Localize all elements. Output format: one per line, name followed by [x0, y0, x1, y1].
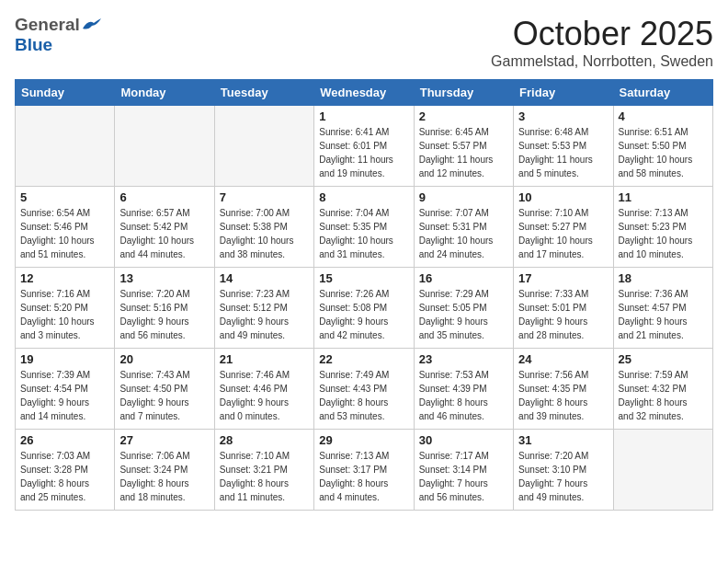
calendar-day-cell: 26Sunrise: 7:03 AMSunset: 3:28 PMDayligh… [16, 430, 115, 511]
day-info: Sunrise: 7:33 AMSunset: 5:01 PMDaylight:… [518, 287, 608, 342]
day-info: Sunrise: 7:23 AMSunset: 5:12 PMDaylight:… [220, 287, 309, 342]
calendar-day-cell [115, 106, 214, 187]
day-number: 11 [619, 190, 708, 204]
calendar-week-row: 26Sunrise: 7:03 AMSunset: 3:28 PMDayligh… [16, 430, 713, 511]
day-info: Sunrise: 7:20 AMSunset: 3:10 PMDaylight:… [518, 449, 608, 504]
day-info: Sunrise: 6:45 AMSunset: 5:57 PMDaylight:… [419, 125, 508, 180]
day-number: 15 [319, 271, 408, 285]
day-number: 7 [220, 190, 309, 204]
logo-general: General [15, 15, 80, 35]
day-number: 21 [220, 352, 309, 366]
weekday-header-cell: Saturday [613, 80, 712, 106]
day-info: Sunrise: 7:49 AMSunset: 4:43 PMDaylight:… [319, 368, 408, 423]
day-number: 28 [220, 433, 309, 447]
day-number: 19 [20, 352, 109, 366]
logo-blue: Blue [15, 35, 52, 55]
calendar-day-cell: 20Sunrise: 7:43 AMSunset: 4:50 PMDayligh… [115, 349, 214, 430]
weekday-header-cell: Friday [514, 80, 613, 106]
calendar-day-cell: 1Sunrise: 6:41 AMSunset: 6:01 PMDaylight… [314, 106, 414, 187]
calendar-day-cell: 4Sunrise: 6:51 AMSunset: 5:50 PMDaylight… [613, 106, 712, 187]
calendar-day-cell: 31Sunrise: 7:20 AMSunset: 3:10 PMDayligh… [514, 430, 613, 511]
calendar-day-cell: 2Sunrise: 6:45 AMSunset: 5:57 PMDaylight… [414, 106, 513, 187]
calendar-week-row: 1Sunrise: 6:41 AMSunset: 6:01 PMDaylight… [16, 106, 713, 187]
calendar-day-cell: 9Sunrise: 7:07 AMSunset: 5:31 PMDaylight… [414, 187, 513, 268]
weekday-header-cell: Wednesday [314, 80, 414, 106]
day-number: 10 [518, 190, 608, 204]
calendar-day-cell: 28Sunrise: 7:10 AMSunset: 3:21 PMDayligh… [214, 430, 313, 511]
header: General Blue October 2025 Gammelstad, No… [15, 15, 713, 70]
location-title: Gammelstad, Norrbotten, Sweden [491, 53, 713, 70]
month-title: October 2025 [491, 15, 713, 53]
day-number: 6 [119, 190, 209, 204]
day-number: 5 [20, 190, 109, 204]
day-info: Sunrise: 7:07 AMSunset: 5:31 PMDaylight:… [419, 206, 508, 261]
calendar-day-cell: 23Sunrise: 7:53 AMSunset: 4:39 PMDayligh… [414, 349, 513, 430]
calendar-day-cell [16, 106, 115, 187]
day-info: Sunrise: 6:51 AMSunset: 5:50 PMDaylight:… [619, 125, 708, 180]
day-number: 25 [619, 352, 708, 366]
day-info: Sunrise: 7:13 AMSunset: 3:17 PMDaylight:… [319, 449, 408, 504]
day-number: 27 [119, 433, 209, 447]
day-number: 16 [419, 271, 508, 285]
day-number: 18 [619, 271, 708, 285]
day-number: 23 [419, 352, 508, 366]
day-info: Sunrise: 7:29 AMSunset: 5:05 PMDaylight:… [419, 287, 508, 342]
calendar-day-cell: 15Sunrise: 7:26 AMSunset: 5:08 PMDayligh… [314, 268, 414, 349]
day-info: Sunrise: 7:53 AMSunset: 4:39 PMDaylight:… [419, 368, 508, 423]
day-number: 13 [119, 271, 209, 285]
day-info: Sunrise: 6:54 AMSunset: 5:46 PMDaylight:… [20, 206, 109, 261]
calendar-day-cell: 14Sunrise: 7:23 AMSunset: 5:12 PMDayligh… [214, 268, 313, 349]
day-number: 24 [518, 352, 608, 366]
calendar-day-cell: 17Sunrise: 7:33 AMSunset: 5:01 PMDayligh… [514, 268, 613, 349]
calendar-day-cell: 18Sunrise: 7:36 AMSunset: 4:57 PMDayligh… [613, 268, 712, 349]
calendar-day-cell: 30Sunrise: 7:17 AMSunset: 3:14 PMDayligh… [414, 430, 513, 511]
day-info: Sunrise: 7:39 AMSunset: 4:54 PMDaylight:… [20, 368, 109, 423]
calendar-week-row: 19Sunrise: 7:39 AMSunset: 4:54 PMDayligh… [16, 349, 713, 430]
title-area: October 2025 Gammelstad, Norrbotten, Swe… [491, 15, 713, 70]
day-info: Sunrise: 7:59 AMSunset: 4:32 PMDaylight:… [619, 368, 708, 423]
calendar-day-cell: 19Sunrise: 7:39 AMSunset: 4:54 PMDayligh… [16, 349, 115, 430]
day-info: Sunrise: 6:41 AMSunset: 6:01 PMDaylight:… [319, 125, 408, 180]
day-info: Sunrise: 7:16 AMSunset: 5:20 PMDaylight:… [20, 287, 109, 342]
day-number: 22 [319, 352, 408, 366]
calendar-day-cell: 16Sunrise: 7:29 AMSunset: 5:05 PMDayligh… [414, 268, 513, 349]
calendar-day-cell: 8Sunrise: 7:04 AMSunset: 5:35 PMDaylight… [314, 187, 414, 268]
day-number: 8 [319, 190, 408, 204]
day-number: 29 [319, 433, 408, 447]
day-number: 2 [419, 109, 508, 123]
day-info: Sunrise: 7:17 AMSunset: 3:14 PMDaylight:… [419, 449, 508, 504]
day-info: Sunrise: 7:43 AMSunset: 4:50 PMDaylight:… [119, 368, 209, 423]
day-info: Sunrise: 7:03 AMSunset: 3:28 PMDaylight:… [20, 449, 109, 504]
day-info: Sunrise: 7:10 AMSunset: 5:27 PMDaylight:… [518, 206, 608, 261]
weekday-header-row: SundayMondayTuesdayWednesdayThursdayFrid… [16, 80, 713, 106]
day-number: 31 [518, 433, 608, 447]
calendar-week-row: 5Sunrise: 6:54 AMSunset: 5:46 PMDaylight… [16, 187, 713, 268]
day-number: 17 [518, 271, 608, 285]
day-number: 1 [319, 109, 408, 123]
day-number: 4 [619, 109, 708, 123]
day-info: Sunrise: 7:26 AMSunset: 5:08 PMDaylight:… [319, 287, 408, 342]
day-number: 26 [20, 433, 109, 447]
calendar-day-cell: 6Sunrise: 6:57 AMSunset: 5:42 PMDaylight… [115, 187, 214, 268]
day-number: 9 [419, 190, 508, 204]
day-info: Sunrise: 7:06 AMSunset: 3:24 PMDaylight:… [119, 449, 209, 504]
calendar-day-cell: 29Sunrise: 7:13 AMSunset: 3:17 PMDayligh… [314, 430, 414, 511]
logo-bird-icon [81, 17, 101, 32]
day-number: 14 [220, 271, 309, 285]
calendar-day-cell: 21Sunrise: 7:46 AMSunset: 4:46 PMDayligh… [214, 349, 313, 430]
weekday-header-cell: Tuesday [214, 80, 313, 106]
day-number: 3 [518, 109, 608, 123]
calendar-day-cell: 27Sunrise: 7:06 AMSunset: 3:24 PMDayligh… [115, 430, 214, 511]
calendar-day-cell: 11Sunrise: 7:13 AMSunset: 5:23 PMDayligh… [613, 187, 712, 268]
day-info: Sunrise: 7:04 AMSunset: 5:35 PMDaylight:… [319, 206, 408, 261]
day-number: 12 [20, 271, 109, 285]
day-info: Sunrise: 6:48 AMSunset: 5:53 PMDaylight:… [518, 125, 608, 180]
logo: General Blue [15, 15, 101, 55]
calendar-day-cell: 25Sunrise: 7:59 AMSunset: 4:32 PMDayligh… [613, 349, 712, 430]
calendar-table: SundayMondayTuesdayWednesdayThursdayFrid… [15, 79, 713, 511]
calendar-day-cell: 24Sunrise: 7:56 AMSunset: 4:35 PMDayligh… [514, 349, 613, 430]
weekday-header-cell: Sunday [16, 80, 115, 106]
day-info: Sunrise: 7:10 AMSunset: 3:21 PMDaylight:… [220, 449, 309, 504]
day-number: 20 [119, 352, 209, 366]
day-number: 30 [419, 433, 508, 447]
